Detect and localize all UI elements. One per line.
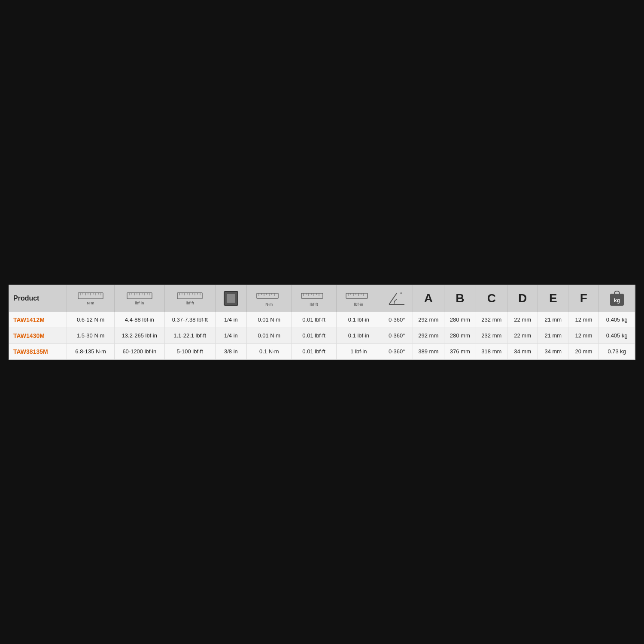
res3-icon (346, 290, 371, 302)
angle-icon: ° (387, 291, 406, 306)
letter-A-label: A (424, 292, 433, 305)
weight-cell: 0.405 kg (599, 312, 635, 328)
header-B: B (444, 285, 476, 312)
product-cell: TAW1412M (9, 312, 67, 328)
letter-D-label: D (518, 292, 527, 305)
C-cell: 232 mm (476, 328, 507, 343)
res-lbfft-cell: 0.01 lbf·ft (292, 328, 336, 343)
A-cell: 292 mm (413, 312, 444, 328)
svg-rect-31 (227, 294, 235, 303)
angle-cell: 0-360° (381, 312, 413, 328)
res2-icon (301, 290, 327, 302)
ruler3-sublabel: lbf·ft (167, 301, 213, 305)
product-cell: TAW1430M (9, 328, 67, 343)
header-drive (215, 285, 247, 312)
header-res-nm: N·m (247, 285, 292, 312)
header-C: C (476, 285, 507, 312)
res-nm-cell: 0.01 N·m (247, 328, 292, 343)
header-res-lbfft: lbf·ft (292, 285, 336, 312)
res-lbfin-cell: 0.1 lbf·in (336, 312, 381, 328)
torque-lbfft-cell: 5-100 lbf·ft (164, 343, 215, 359)
svg-text:°: ° (400, 292, 402, 297)
res-lbfft-cell: 0.01 lbf·ft (292, 343, 336, 359)
res-lbfin-cell: 0.1 lbf·in (336, 328, 381, 343)
weight-icon: kg (608, 289, 626, 307)
svg-line-57 (389, 293, 397, 304)
ruler2-sublabel: lbf·in (117, 301, 162, 305)
F-cell: 12 mm (568, 312, 599, 328)
angle-cell: 0-360° (381, 328, 413, 343)
table-row: TAW38135M6.8-135 N·m60-1200 lbf·in5-100 … (9, 343, 635, 359)
res-lbfin-cell: 1 lbf·in (336, 343, 381, 359)
angle-cell: 0-360° (381, 343, 413, 359)
letter-C-label: C (487, 292, 496, 305)
header-A: A (413, 285, 444, 312)
svg-rect-40 (301, 293, 323, 298)
res2-sublabel: lbf·ft (294, 302, 333, 307)
svg-rect-48 (346, 293, 368, 298)
svg-text:kg: kg (614, 298, 620, 304)
table-row: TAW1412M0.6-12 N·m4.4-88 lbf·in0.37-7.38… (9, 312, 635, 328)
header-angle: ° (381, 285, 413, 312)
F-cell: 20 mm (568, 343, 599, 359)
A-cell: 389 mm (413, 343, 444, 359)
header-E: E (538, 285, 568, 312)
B-cell: 376 mm (444, 343, 476, 359)
product-cell: TAW38135M (9, 343, 67, 359)
ruler3-icon (177, 291, 203, 301)
svg-rect-32 (257, 293, 278, 298)
header-res-lbfin: lbf·in (336, 285, 381, 312)
res1-icon (256, 290, 282, 302)
C-cell: 232 mm (476, 312, 507, 328)
torque-lbfft-cell: 1.1-22.1 lbf·ft (164, 328, 215, 343)
drive-cell: 1/4 in (215, 312, 247, 328)
torque-lbfin-cell: 13.2-265 lbf·in (114, 328, 164, 343)
res3-sublabel: lbf·in (339, 302, 378, 307)
letter-F-label: F (580, 292, 587, 305)
res-lbfft-cell: 0.01 lbf·ft (292, 312, 336, 328)
weight-cell: 0.405 kg (599, 328, 635, 343)
B-cell: 280 mm (444, 328, 476, 343)
comparison-table: Product N (9, 285, 635, 360)
C-cell: 318 mm (476, 343, 507, 359)
header-torque-nm: N·m (67, 285, 114, 312)
header-weight: kg (599, 285, 635, 312)
drive-icon (223, 291, 239, 306)
torque-nm-cell: 1.5-30 N·m (67, 328, 114, 343)
header-product: Product (9, 285, 67, 312)
ruler1-sublabel: N·m (70, 301, 111, 305)
D-cell: 22 mm (507, 328, 538, 343)
res1-sublabel: N·m (249, 302, 289, 307)
letter-B-label: B (456, 292, 464, 305)
torque-nm-cell: 6.8-135 N·m (67, 343, 114, 359)
letter-E-label: E (549, 292, 557, 305)
ruler2-icon (127, 291, 152, 301)
torque-lbfft-cell: 0.37-7.38 lbf·ft (164, 312, 215, 328)
ruler1-icon (78, 291, 103, 301)
res-nm-cell: 0.1 N·m (247, 343, 292, 359)
product-label: Product (13, 295, 39, 302)
torque-lbfin-cell: 60-1200 lbf·in (114, 343, 164, 359)
F-cell: 12 mm (568, 328, 599, 343)
table-row: TAW1430M1.5-30 N·m13.2-265 lbf·in1.1-22.… (9, 328, 635, 343)
header-F: F (568, 285, 599, 312)
header-D: D (507, 285, 538, 312)
B-cell: 280 mm (444, 312, 476, 328)
E-cell: 34 mm (538, 343, 568, 359)
A-cell: 292 mm (413, 328, 444, 343)
drive-cell: 1/4 in (215, 328, 247, 343)
D-cell: 22 mm (507, 312, 538, 328)
torque-nm-cell: 0.6-12 N·m (67, 312, 114, 328)
res-nm-cell: 0.01 N·m (247, 312, 292, 328)
drive-cell: 3/8 in (215, 343, 247, 359)
header-torque-lbfin: lbf·in (114, 285, 164, 312)
weight-cell: 0.73 kg (599, 343, 635, 359)
header-torque-lbfft: lbf·ft (164, 285, 215, 312)
torque-lbfin-cell: 4.4-88 lbf·in (114, 312, 164, 328)
E-cell: 21 mm (538, 312, 568, 328)
D-cell: 34 mm (507, 343, 538, 359)
E-cell: 21 mm (538, 328, 568, 343)
